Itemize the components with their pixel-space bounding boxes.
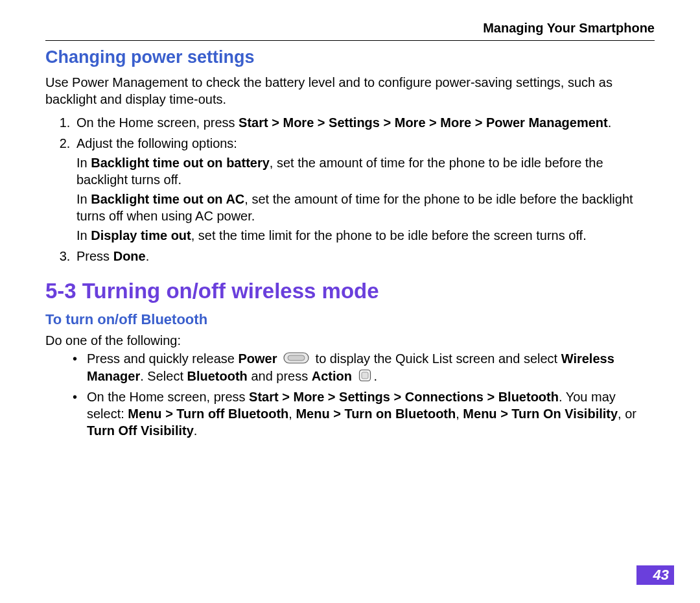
b1-action: Action [312, 369, 352, 383]
power-button-icon [283, 351, 309, 368]
step2b-bold: Backlight time out on AC [91, 192, 244, 206]
b2-mid2: , or [618, 407, 636, 421]
b1-pre: Press and quickly release [87, 351, 238, 366]
header-rule [45, 40, 655, 41]
step-2: Adjust the following options: In Backlig… [74, 135, 655, 244]
step3-pre: Press [76, 249, 113, 263]
bluetooth-bullets: Press and quickly release Power to displ… [45, 350, 655, 439]
b1-post: . [374, 369, 378, 383]
b1-mid2: . Select [140, 369, 187, 383]
step2a-bold: Backlight time out on battery [91, 156, 270, 170]
bullet-1: Press and quickly release Power to displ… [69, 350, 655, 386]
step2c-bold: Display time out [91, 228, 191, 242]
step-3: Press Done. [74, 248, 655, 265]
step1-pre: On the Home screen, press [76, 115, 239, 130]
b1-mid1: to display the Quick List screen and sel… [316, 351, 561, 366]
b1-mid3: and press [248, 369, 312, 383]
b2-post: . [194, 423, 198, 438]
step2-text: Adjust the following options: [76, 136, 237, 150]
action-button-icon [358, 369, 371, 386]
b2-opt3: Menu > Turn On Visibility [463, 407, 618, 421]
bluetooth-intro: Do one of the following: [45, 332, 655, 349]
section-heading-power: Changing power settings [45, 46, 655, 69]
page-number-badge: 43 [636, 565, 674, 585]
b1-bluetooth: Bluetooth [187, 369, 248, 383]
step3-post: . [146, 249, 150, 263]
bullet-2: On the Home screen, press Start > More >… [69, 388, 655, 439]
step2c-post: , set the time limit for the phone to be… [191, 228, 587, 242]
step3-bold: Done [113, 249, 146, 263]
step1-post: . [608, 115, 612, 130]
b1-power-label: Power [238, 351, 277, 366]
b2-pre: On the Home screen, press [87, 390, 249, 404]
step2c-pre: In [76, 228, 91, 242]
step2b-pre: In [76, 192, 91, 206]
b2-opt1: Menu > Turn off Bluetooth [128, 407, 288, 421]
step2a: In Backlight time out on battery, set th… [76, 154, 655, 188]
step2b: In Backlight time out on AC, set the amo… [76, 191, 655, 224]
chapter-heading-wireless: 5-3 Turning on/off wireless mode [45, 278, 655, 305]
b2-opt2: Menu > Turn on Bluetooth [296, 407, 456, 421]
b2-sep1: , [288, 407, 296, 421]
b2-path: Start > More > Settings > Connections > … [249, 390, 559, 404]
subheading-bluetooth: To turn on/off Bluetooth [45, 311, 655, 329]
b2-opt4: Turn Off Visibility [87, 423, 194, 438]
document-page: Managing Your Smartphone Changing power … [0, 0, 700, 603]
running-header: Managing Your Smartphone [45, 19, 655, 36]
step2a-pre: In [76, 156, 91, 170]
power-steps-list: On the Home screen, press Start > More >… [45, 114, 655, 265]
step2c: In Display time out, set the time limit … [76, 227, 655, 244]
step1-bold: Start > More > Settings > More > More > … [239, 115, 608, 130]
svg-rect-3 [362, 372, 368, 379]
power-intro-text: Use Power Management to check the batter… [45, 74, 655, 108]
b2-sep2: , [456, 407, 463, 421]
step-1: On the Home screen, press Start > More >… [74, 114, 655, 131]
svg-rect-1 [288, 355, 305, 361]
